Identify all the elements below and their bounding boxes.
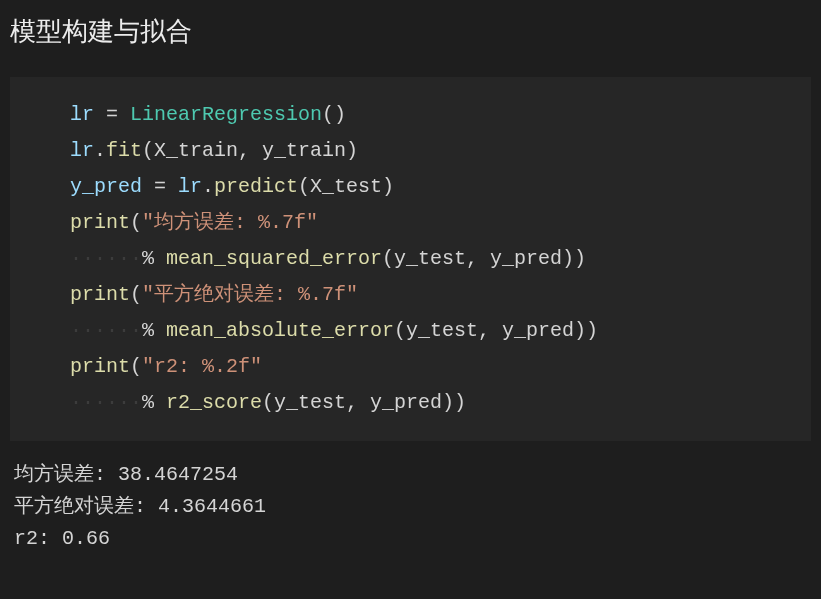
code-line: print("均方误差: %.7f" [70, 205, 801, 241]
code-cell[interactable]: lr = LinearRegression() lr.fit(X_train, … [10, 77, 811, 441]
section-title: 模型构建与拟合 [0, 0, 821, 67]
output-line: 平方绝对误差: 4.3644661 [14, 491, 807, 523]
code-line: ······% mean_absolute_error(y_test, y_pr… [70, 313, 801, 349]
output-line: 均方误差: 38.4647254 [14, 459, 807, 491]
code-line: print("r2: %.2f" [70, 349, 801, 385]
code-line: y_pred = lr.predict(X_test) [70, 169, 801, 205]
code-line: print("平方绝对误差: %.7f" [70, 277, 801, 313]
code-line: lr.fit(X_train, y_train) [70, 133, 801, 169]
code-line: ······% mean_squared_error(y_test, y_pre… [70, 241, 801, 277]
output-cell: 均方误差: 38.4647254 平方绝对误差: 4.3644661 r2: 0… [0, 441, 821, 561]
code-line: lr = LinearRegression() [70, 97, 801, 133]
code-line: ······% r2_score(y_test, y_pred)) [70, 385, 801, 421]
output-line: r2: 0.66 [14, 523, 807, 555]
